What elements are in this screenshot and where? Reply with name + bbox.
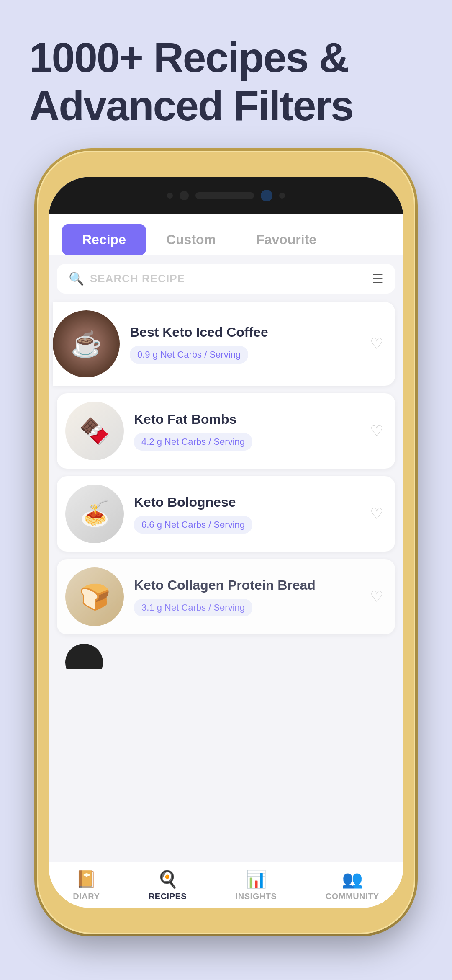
recipe-info-2: Keto Fat Bombs 4.2 g Net Carbs / Serving — [134, 411, 387, 451]
filter-icon[interactable]: ☰ — [372, 271, 383, 286]
heart-icon-2[interactable]: ♡ — [370, 422, 383, 440]
phone-top-bar — [49, 177, 403, 214]
tab-favourite[interactable]: Favourite — [236, 224, 336, 255]
nav-item-recipes[interactable]: 🍳 RECIPES — [149, 869, 187, 901]
tab-custom[interactable]: Custom — [146, 224, 236, 255]
recipe-name-3: Keto Bolognese — [134, 494, 387, 510]
recipe-card-5-partial — [65, 644, 395, 669]
recipe-card-3[interactable]: Keto Bolognese 6.6 g Net Carbs / Serving… — [57, 476, 395, 552]
recipes-icon: 🍳 — [157, 869, 178, 889]
recipe-card-1[interactable]: Best Keto Iced Coffee 0.9 g Net Carbs / … — [53, 302, 395, 386]
insights-icon: 📊 — [246, 869, 267, 889]
recipe-card-4[interactable]: Keto Collagen Protein Bread 3.1 g Net Ca… — [57, 559, 395, 634]
recipe-image-1 — [53, 310, 120, 377]
carbs-badge-1: 0.9 g Net Carbs / Serving — [130, 346, 248, 364]
diary-icon: 📔 — [76, 869, 97, 889]
carbs-badge-2: 4.2 g Net Carbs / Serving — [134, 433, 252, 451]
app-content: Recipe Custom Favourite 🔍 SEARCH RECIPE … — [49, 214, 403, 862]
recipe-info-3: Keto Bolognese 6.6 g Net Carbs / Serving — [134, 494, 387, 534]
phone-screen: Recipe Custom Favourite 🔍 SEARCH RECIPE … — [49, 177, 403, 908]
nav-item-diary[interactable]: 📔 DIARY — [73, 869, 100, 901]
heart-icon-1[interactable]: ♡ — [370, 335, 383, 353]
search-icon: 🔍 — [69, 271, 84, 286]
recipe-image-2 — [65, 402, 124, 460]
recipe-info-1: Best Keto Iced Coffee 0.9 g Net Carbs / … — [130, 324, 387, 364]
camera-dot-front — [261, 190, 272, 201]
tab-recipe[interactable]: Recipe — [62, 224, 146, 255]
nav-label-diary: DIARY — [73, 892, 100, 901]
recipe-name-2: Keto Fat Bombs — [134, 411, 387, 427]
tabs-bar: Recipe Custom Favourite — [49, 214, 403, 255]
carbs-badge-4: 3.1 g Net Carbs / Serving — [134, 599, 252, 616]
nav-label-insights: INSIGHTS — [236, 892, 277, 901]
recipe-info-4: Keto Collagen Protein Bread 3.1 g Net Ca… — [134, 577, 387, 616]
speaker-grill — [195, 192, 254, 199]
heart-icon-4[interactable]: ♡ — [370, 588, 383, 606]
camera-dot-left — [180, 191, 189, 200]
recipe-name-1: Best Keto Iced Coffee — [130, 324, 387, 340]
nav-item-insights[interactable]: 📊 INSIGHTS — [236, 869, 277, 901]
recipe-list: Best Keto Iced Coffee 0.9 g Net Carbs / … — [49, 294, 403, 677]
nav-label-community: COMMUNITY — [326, 892, 379, 901]
recipe-name-4: Keto Collagen Protein Bread — [134, 577, 387, 593]
recipe-image-5-partial — [65, 644, 103, 669]
sensor-dot-right — [279, 193, 285, 199]
search-placeholder: SEARCH RECIPE — [90, 272, 185, 285]
nav-item-community[interactable]: 👥 COMMUNITY — [326, 869, 379, 901]
nav-label-recipes: RECIPES — [149, 892, 187, 901]
sensor-dot — [167, 193, 173, 199]
recipe-card-2[interactable]: Keto Fat Bombs 4.2 g Net Carbs / Serving… — [57, 393, 395, 469]
search-bar[interactable]: 🔍 SEARCH RECIPE ☰ — [57, 264, 395, 294]
search-left: 🔍 SEARCH RECIPE — [69, 271, 185, 286]
phone-frame: Recipe Custom Favourite 🔍 SEARCH RECIPE … — [37, 151, 415, 934]
heart-icon-3[interactable]: ♡ — [370, 505, 383, 523]
page-title: 1000+ Recipes & Advanced Filters — [29, 34, 423, 130]
recipe-image-3 — [65, 485, 124, 543]
recipe-image-4 — [65, 567, 124, 626]
community-icon: 👥 — [342, 869, 363, 889]
carbs-badge-3: 6.6 g Net Carbs / Serving — [134, 516, 252, 534]
bottom-nav: 📔 DIARY 🍳 RECIPES 📊 INSIGHTS 👥 COMMUNITY — [49, 862, 403, 908]
